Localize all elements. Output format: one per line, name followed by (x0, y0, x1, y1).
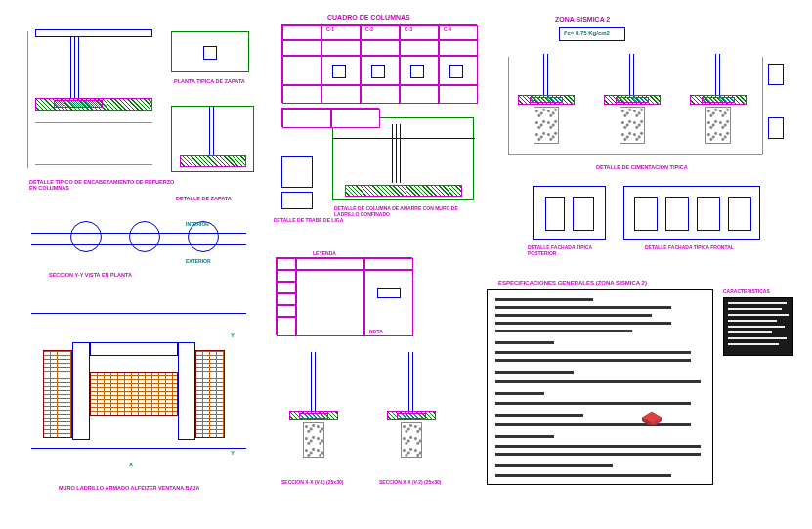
beam-top (35, 29, 152, 37)
legend-box (276, 257, 412, 335)
col-c2: C-2 (365, 26, 373, 32)
label-8: INTERIOR (186, 221, 209, 227)
small-table (281, 108, 379, 127)
label-9: EXTERIOR (186, 258, 211, 264)
label-11: SECCION X-X (V-1) (25x30) (281, 479, 350, 485)
section-xx-2 (373, 352, 451, 469)
foundation-detail-2 (594, 54, 672, 152)
trabe-liga (281, 156, 313, 188)
brick-wall-elevation: Y Y X (31, 303, 246, 474)
columna-amarre (332, 117, 474, 200)
section-yy (31, 215, 246, 269)
footing-cyan (54, 100, 103, 108)
zapata-detail (171, 106, 254, 172)
small-section-1 (768, 64, 784, 85)
label-15: ESPECIFICACIONES GENERALES (ZONA SISMICA… (498, 280, 647, 286)
col-c1: C-1 (326, 26, 334, 32)
label-1: PLANTA TIPICA DE ZAPATA (174, 78, 245, 84)
iso-brick-icon (638, 408, 665, 425)
col-c3: C-3 (405, 26, 412, 32)
fachada-frontal (623, 186, 760, 240)
col-line (70, 37, 71, 98)
label-13: DETALLE FACHADA TIPICA POSTERIOR (528, 244, 606, 256)
zapata-plan (171, 31, 249, 72)
label-3: DETALLE DE ZAPATA (176, 196, 232, 201)
legend-title: LEYENDA (313, 250, 336, 256)
foundation-detail-3 (680, 54, 758, 152)
label-5: DETALLE DE COLUMNA DE AMARRE CON MURO DE… (334, 205, 471, 217)
label-7: SECCION Y-Y VISTA EN PLANTA (49, 272, 147, 278)
column-table-title: CUADRO DE COLUMNAS (327, 14, 410, 21)
col-line2 (74, 37, 75, 98)
label-10: MURO LADRILLO ARMADO ALFEIZER VENTANA BA… (59, 485, 205, 491)
fachada-posterior (533, 186, 606, 240)
label-12: SECCION X-X (V-2) (25x30) (379, 479, 448, 485)
foundation-detail-1 (508, 54, 586, 152)
zone-label: ZONA SISMICA 2 (555, 16, 610, 22)
label-17: CARACTERISTICAS (723, 288, 770, 294)
label-16: NOTA (369, 329, 383, 334)
col-line3 (78, 37, 79, 98)
spec-box (487, 289, 713, 485)
label-6: DETALLE DE CIMENTACION TIPICA (596, 164, 688, 170)
small-section-2 (768, 117, 784, 139)
characteristics-box (723, 297, 793, 356)
trabe-liga2 (281, 192, 313, 209)
label-14: DETALLE FACHADA TIPICA FRONTAL (645, 244, 734, 250)
label-2: DETALLE TIPICO DE ENCABEZAMIENTO DE REFU… (29, 179, 176, 191)
label-4: DETALLE DE TRABE DE LIGA (274, 217, 343, 223)
column-table (281, 24, 477, 103)
col-c4: C-4 (444, 26, 451, 32)
pressure-value: f'c= 0.75 Kg/cm2 (564, 30, 610, 36)
section-xx-1 (276, 352, 354, 469)
